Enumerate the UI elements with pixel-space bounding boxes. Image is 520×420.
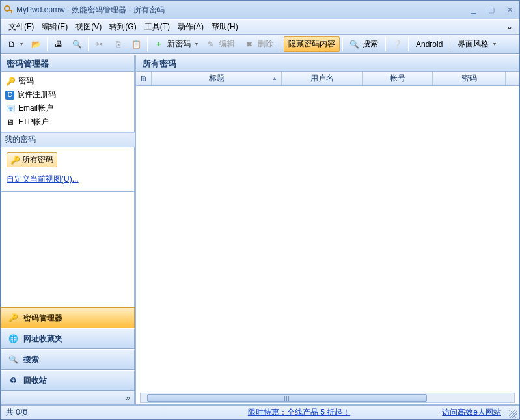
col-account[interactable]: 帐号 — [363, 72, 433, 85]
paste-icon: 📋 — [131, 39, 141, 49]
status-bar: 共 0项 限时特惠：全线产品 5 折起！ 访问高效e人网站 — [1, 405, 519, 419]
open-button[interactable]: 📂 — [27, 36, 44, 52]
menu-file[interactable]: 文件(F) — [5, 20, 38, 34]
svg-rect-1 — [8, 10, 12, 11]
pencil-icon: ✎ — [206, 39, 216, 49]
search-button[interactable]: 🔍搜索 — [346, 36, 383, 52]
title-filename: MyPwd.epmw — [16, 5, 65, 14]
sidebar: 密码管理器 🔑密码 C软件注册码 📧Email帐户 🖥FTP帐户 我的密码 🔑所… — [1, 55, 136, 405]
col-password[interactable]: 密码 — [433, 72, 506, 85]
close-button[interactable]: ✕ — [502, 5, 517, 15]
delete-button[interactable]: ✖删除 — [241, 36, 278, 52]
main-area: 所有密码 🗎 标题 用户名 帐号 密码 — [136, 55, 519, 405]
copy-icon: ⎘ — [113, 39, 123, 49]
title-app: 效能密码管理器 — [72, 5, 126, 14]
tree-item-email[interactable]: 📧Email帐户 — [3, 102, 133, 115]
tree-item-ftp[interactable]: 🖥FTP帐户 — [3, 115, 133, 129]
menu-edit[interactable]: 编辑(E) — [38, 20, 72, 34]
table-body — [136, 86, 519, 405]
android-button[interactable]: Android — [411, 36, 447, 52]
print-button[interactable]: 🖶 — [50, 36, 67, 52]
category-tree: 🔑密码 C软件注册码 📧Email帐户 🖥FTP帐户 — [1, 72, 135, 132]
new-doc-icon: 🗋 — [7, 39, 17, 49]
search-icon: 🔍 — [349, 39, 359, 49]
status-promo-link[interactable]: 限时特惠：全线产品 5 折起！ — [248, 408, 350, 417]
edit-button[interactable]: ✎编辑 — [202, 36, 239, 52]
copy-button[interactable]: ⎘ — [109, 36, 126, 52]
customize-view-link[interactable]: 自定义当前视图(U)... — [3, 170, 133, 189]
new-doc-button[interactable]: 🗋▾ — [3, 36, 26, 52]
sidebar-header: 密码管理器 — [1, 55, 135, 72]
help-button[interactable]: ❔ — [389, 36, 405, 52]
app-icon — [3, 5, 14, 15]
nav-expand-button[interactable]: » — [1, 391, 135, 405]
minimize-button[interactable]: ▁ — [466, 5, 480, 15]
ftp-icon: 🖥 — [5, 117, 16, 128]
toolbar: 🗋▾ 📂 🖶 🔍 ✂ ⎘ 📋 ＋新密码▾ ✎编辑 ✖删除 隐藏密码内容 🔍搜索 … — [1, 35, 519, 54]
status-site-link[interactable]: 访问高效e人网站 — [442, 408, 501, 417]
maximize-button[interactable]: ▢ — [484, 5, 499, 15]
tree-item-software[interactable]: C软件注册码 — [3, 88, 133, 102]
horizontal-scrollbar[interactable] — [140, 393, 515, 403]
resize-grip-icon[interactable] — [509, 410, 517, 418]
help-icon: ❔ — [392, 39, 402, 49]
new-password-button[interactable]: ＋新密码▾ — [150, 36, 201, 52]
email-icon: 📧 — [5, 104, 16, 114]
search-icon: 🔍 — [7, 353, 20, 366]
print-preview-icon: 🔍 — [72, 39, 82, 49]
menu-tools[interactable]: 工具(T) — [141, 20, 174, 34]
tree-item-passwords[interactable]: 🔑密码 — [3, 74, 133, 88]
cut-icon: ✂ — [94, 39, 105, 49]
doc-icon: 🗎 — [140, 74, 148, 83]
menu-help[interactable]: 帮助(H) — [208, 20, 242, 34]
col-user[interactable]: 用户名 — [282, 72, 363, 85]
col-doc[interactable]: 🗎 — [136, 72, 152, 85]
recycle-icon: ♻ — [7, 374, 20, 387]
my-passwords-label: 我的密码 — [1, 132, 135, 147]
cut-button[interactable]: ✂ — [91, 36, 108, 52]
status-count: 共 0项 — [6, 407, 188, 418]
nav-panes: 🔑密码管理器 🌐网址收藏夹 🔍搜索 ♻回收站 — [1, 307, 135, 391]
c-icon: C — [5, 91, 14, 100]
menu-goto[interactable]: 转到(G) — [105, 20, 140, 34]
plus-icon: ＋ — [154, 39, 164, 49]
menubar: 文件(F) 编辑(E) 视图(V) 转到(G) 工具(T) 动作(A) 帮助(H… — [1, 19, 519, 35]
titlebar: MyPwd.epmw - 效能密码管理器 - 所有密码 ▁ ▢ ✕ — [1, 1, 519, 19]
main-header: 所有密码 — [136, 55, 519, 72]
all-passwords-button[interactable]: 🔑所有密码 — [7, 152, 57, 167]
menu-view[interactable]: 视图(V) — [72, 20, 105, 34]
nav-recycle[interactable]: ♻回收站 — [1, 370, 135, 391]
key-icon: 🔑 — [10, 156, 20, 165]
col-title[interactable]: 标题 — [152, 72, 282, 85]
table-header: 🗎 标题 用户名 帐号 密码 — [136, 72, 519, 86]
key-icon: 🔑 — [5, 76, 16, 87]
title-section: 所有密码 — [133, 5, 165, 14]
menubar-chevron-icon[interactable]: ⌄ — [504, 22, 515, 31]
print-preview-button[interactable]: 🔍 — [68, 36, 85, 52]
nav-favorites[interactable]: 🌐网址收藏夹 — [1, 328, 135, 349]
globe-icon: 🌐 — [7, 332, 20, 345]
paste-button[interactable]: 📋 — [128, 36, 144, 52]
key-icon: 🔑 — [7, 311, 20, 324]
menu-action[interactable]: 动作(A) — [174, 20, 208, 34]
open-folder-icon: 📂 — [31, 39, 41, 49]
svg-rect-2 — [11, 11, 12, 13]
nav-search[interactable]: 🔍搜索 — [1, 349, 135, 370]
delete-icon: ✖ — [244, 39, 254, 49]
ui-style-button[interactable]: 界面风格▾ — [453, 36, 499, 52]
hide-content-button[interactable]: 隐藏密码内容 — [284, 36, 340, 52]
print-icon: 🖶 — [53, 39, 64, 49]
nav-password-manager[interactable]: 🔑密码管理器 — [1, 307, 135, 328]
